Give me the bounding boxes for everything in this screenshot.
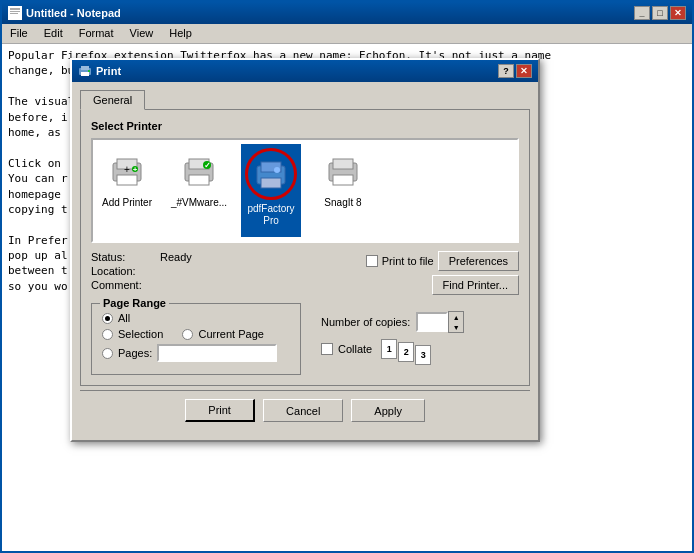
printer-title-icon (78, 64, 92, 78)
svg-rect-10 (117, 175, 137, 185)
tab-panel-general: Select Printer + + Add Print (80, 109, 530, 386)
printer-icon-wrap-vmware: ✓ (176, 148, 222, 194)
radio-pages-label: Pages: (118, 347, 152, 359)
radio-selection[interactable] (102, 329, 113, 340)
svg-rect-21 (261, 178, 281, 188)
svg-rect-16 (189, 175, 209, 185)
svg-rect-2 (10, 11, 20, 12)
page-range-copies-section: Page Range All Selection Current Page (91, 303, 519, 375)
status-area: Status: Ready Location: Comment: (91, 251, 519, 295)
printer-icon-wrap-add: + + (104, 148, 150, 194)
page-range-title: Page Range (100, 297, 169, 309)
menu-help[interactable]: Help (161, 26, 200, 41)
select-printer-label: Select Printer (91, 120, 519, 132)
collate-label: Collate (338, 343, 372, 355)
tab-general[interactable]: General (80, 90, 145, 110)
print-to-file-label: Print to file (382, 255, 434, 267)
status-line-status: Status: Ready (91, 251, 366, 263)
notepad-app-icon (8, 6, 22, 20)
radio-all[interactable] (102, 313, 113, 324)
svg-rect-6 (81, 72, 89, 76)
dialog-titlebar: Print ? ✕ (72, 60, 538, 82)
copies-spinner: 1 ▲ ▼ (416, 311, 464, 333)
spinner-buttons: ▲ ▼ (448, 311, 464, 333)
cancel-button[interactable]: Cancel (263, 399, 343, 422)
print-to-file-checkbox[interactable] (366, 255, 378, 267)
radio-all-label: All (118, 312, 130, 324)
printer-name-vmware: _#VMware... (171, 197, 227, 209)
radio-current-label: Current Page (198, 328, 263, 340)
collate-row: Collate 1 2 3 (321, 339, 509, 359)
dialog-help-btn[interactable]: ? (498, 64, 514, 78)
copies-label: Number of copies: (321, 316, 410, 328)
svg-rect-24 (333, 159, 353, 169)
pages-input[interactable] (157, 344, 277, 362)
notepad-minimize-btn[interactable]: _ (634, 6, 650, 20)
notepad-title: Untitled - Notepad (26, 7, 121, 19)
printer-item-pdf[interactable]: pdfFactory Pro (241, 144, 301, 237)
radio-pages-row: Pages: (102, 344, 290, 362)
spinner-up-btn[interactable]: ▲ (449, 312, 463, 322)
copies-row: Number of copies: 1 ▲ ▼ (321, 311, 509, 333)
status-right: Print to file Preferences Find Printer..… (366, 251, 519, 295)
svg-text:+: + (133, 165, 138, 174)
spinner-down-btn[interactable]: ▼ (449, 322, 463, 332)
notepad-titlebar-buttons: _ □ ✕ (634, 6, 686, 20)
printer-item-add[interactable]: + + Add Printer (97, 144, 157, 237)
collate-pages-visual: 1 2 3 (381, 339, 431, 359)
svg-text:+: + (124, 164, 130, 175)
status-left: Status: Ready Location: Comment: (91, 251, 366, 293)
printer-icon-wrap-pdf (245, 148, 297, 200)
collate-checkbox[interactable] (321, 343, 333, 355)
dialog-title: Print (96, 65, 121, 77)
print-to-file-row: Print to file Preferences (366, 251, 519, 271)
menu-edit[interactable]: Edit (36, 26, 71, 41)
copies-input[interactable]: 1 (416, 312, 448, 332)
printer-item-snagit[interactable]: SnagIt 8 (313, 144, 373, 237)
dialog-tab-strip: General (80, 90, 530, 110)
collate-page-2: 2 (398, 342, 414, 362)
copies-section: Number of copies: 1 ▲ ▼ Collate (311, 303, 519, 375)
collate-page-3: 3 (415, 345, 431, 365)
menu-file[interactable]: File (2, 26, 36, 41)
svg-rect-3 (10, 13, 18, 14)
notepad-close-btn[interactable]: ✕ (670, 6, 686, 20)
dialog-body: General Select Printer + + (72, 82, 538, 440)
print-dialog: Print ? ✕ General Select Printer (70, 58, 540, 442)
printer-name-add: Add Printer (102, 197, 152, 209)
print-button[interactable]: Print (185, 399, 255, 422)
printer-item-vmware[interactable]: ✓ _#VMware... (169, 144, 229, 237)
status-val: Ready (160, 251, 192, 263)
radio-selection-label: Selection (118, 328, 163, 340)
svg-rect-25 (333, 175, 353, 185)
notepad-maximize-btn[interactable]: □ (652, 6, 668, 20)
printer-list: + + Add Printer (91, 138, 519, 243)
find-printer-button[interactable]: Find Printer... (432, 275, 519, 295)
dialog-titlebar-buttons: ? ✕ (498, 64, 532, 78)
status-line-location: Location: (91, 265, 366, 277)
radio-pages[interactable] (102, 348, 113, 359)
printer-name-pdf: pdfFactory Pro (245, 203, 297, 227)
vmware-printer-icon: ✓ (181, 153, 217, 189)
location-key: Location: (91, 265, 156, 277)
printer-icon-wrap-snagit (320, 148, 366, 194)
snagit-printer-icon (325, 153, 361, 189)
menu-view[interactable]: View (122, 26, 162, 41)
svg-point-7 (88, 70, 90, 72)
menu-format[interactable]: Format (71, 26, 122, 41)
find-printer-row: Find Printer... (432, 275, 519, 295)
apply-button[interactable]: Apply (351, 399, 425, 422)
notepad-titlebar: Untitled - Notepad _ □ ✕ (2, 2, 692, 24)
radio-selection-row: Selection Current Page (102, 328, 290, 340)
preferences-button[interactable]: Preferences (438, 251, 519, 271)
radio-all-row: All (102, 312, 290, 324)
comment-key: Comment: (91, 279, 156, 291)
page-range-group: Page Range All Selection Current Page (91, 303, 301, 375)
svg-rect-5 (81, 66, 89, 70)
radio-current[interactable] (182, 329, 193, 340)
printer-name-snagit: SnagIt 8 (324, 197, 361, 209)
svg-point-22 (274, 167, 280, 173)
dialog-close-btn[interactable]: ✕ (516, 64, 532, 78)
svg-rect-1 (10, 8, 20, 10)
add-printer-icon: + + (109, 153, 145, 189)
